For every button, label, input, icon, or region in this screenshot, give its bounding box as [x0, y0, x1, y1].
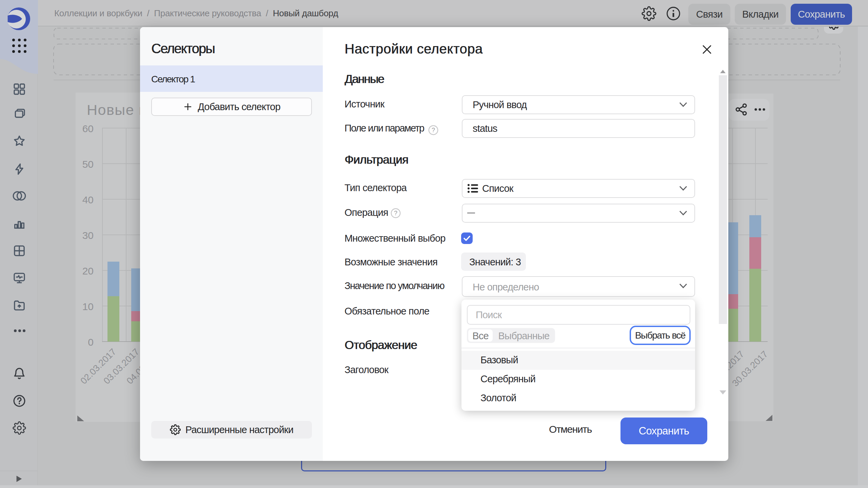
svg-text:?: ?	[394, 210, 397, 217]
svg-text:?: ?	[432, 127, 435, 134]
